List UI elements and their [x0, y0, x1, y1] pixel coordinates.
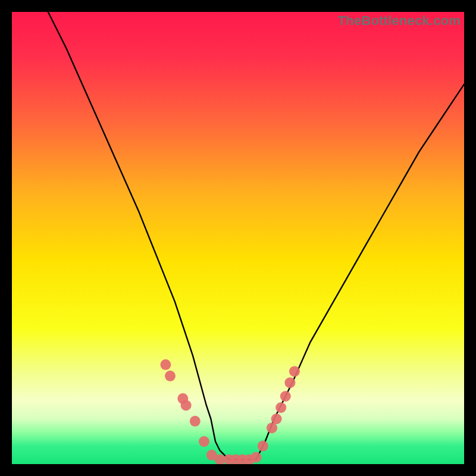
chart-svg — [12, 12, 464, 464]
plot-area: TheBottleneck.com — [12, 12, 464, 464]
marker-dot — [250, 452, 261, 463]
marker-dot — [275, 402, 286, 413]
marker-dot — [165, 371, 176, 381]
marker-dot — [289, 366, 300, 377]
marker-dot — [181, 400, 192, 411]
marker-dot — [190, 416, 201, 427]
outer-frame: TheBottleneck.com — [0, 0, 476, 476]
marker-dot — [280, 391, 291, 402]
marker-dot — [284, 377, 295, 388]
watermark-text: TheBottleneck.com — [338, 13, 461, 29]
marker-dot — [258, 441, 268, 452]
marker-dot — [199, 436, 209, 447]
marker-dot — [160, 359, 171, 370]
marker-dot — [271, 414, 282, 424]
